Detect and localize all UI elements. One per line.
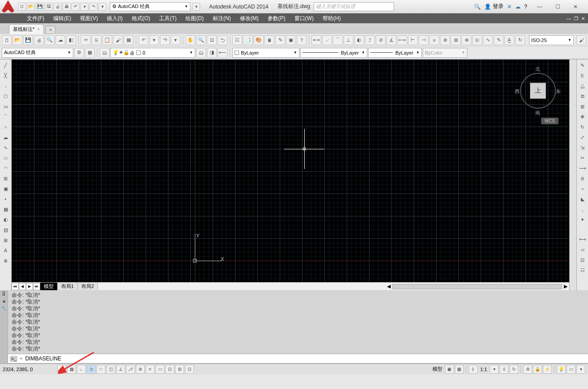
lwt-icon[interactable]: ≡ [146, 365, 155, 374]
new-file-icon[interactable]: 🗋 [2, 35, 12, 45]
undo-icon[interactable]: ↶ [71, 3, 80, 11]
match-icon[interactable]: 🖌 [113, 35, 123, 45]
search-input[interactable]: 键入关键字或短语 [314, 2, 394, 11]
cut-icon[interactable]: ✂ [81, 35, 91, 45]
pline-icon[interactable]: ⦧ [1, 81, 11, 91]
model-button[interactable]: 模型 [431, 366, 444, 372]
hardware-icon[interactable]: ⚡ [543, 365, 552, 374]
zoom-win-icon[interactable]: ⊡ [207, 35, 217, 45]
vscrollbar[interactable] [569, 59, 576, 290]
save-file-icon[interactable]: 💾 [23, 35, 33, 45]
block2-icon[interactable]: ▣ [1, 184, 11, 194]
wcs-badge[interactable]: WCS [541, 118, 559, 124]
inspect-icon[interactable]: ◎ [472, 35, 482, 45]
menu-insert[interactable]: 插入(I) [102, 14, 127, 23]
toolbar-lock-icon[interactable]: 🔒 [533, 365, 542, 374]
new-icon[interactable]: 🗋 [18, 3, 26, 11]
scale-label[interactable]: 1:1 [479, 367, 489, 372]
region-icon[interactable]: ▧ [1, 225, 11, 235]
ws-save-icon[interactable]: ▦ [85, 48, 95, 58]
stretch-icon[interactable]: ⇲ [578, 143, 588, 152]
break-icon[interactable]: ⊘ [578, 173, 588, 183]
offset-icon[interactable]: ⧉ [578, 91, 588, 101]
anno-vis-icon[interactable]: ⟠ [500, 365, 508, 374]
paste-icon[interactable]: 📋 [102, 35, 112, 45]
qview-icon[interactable]: ▣ [286, 35, 296, 45]
menu-draw[interactable]: 绘图(D) [181, 14, 208, 23]
dimdiameter-icon[interactable]: ⊘ [376, 35, 386, 45]
join-icon[interactable]: ⧜ [578, 184, 588, 194]
linetype-dropdown[interactable]: ByLayer ▼ [300, 48, 367, 58]
minimize-button[interactable]: — [531, 1, 549, 12]
clean-icon[interactable]: ▭ [567, 365, 575, 374]
layer-prev-icon[interactable]: ⟵ [218, 48, 227, 58]
3dosnap-icon[interactable]: ◫ [106, 365, 115, 374]
revcloud-icon[interactable]: ☁ [1, 132, 11, 142]
dimstyle-dropdown[interactable]: ISO-25 ▼ [529, 35, 574, 45]
plot2-icon[interactable]: 🖨 [34, 35, 44, 45]
xline-icon[interactable]: ╳ [1, 71, 11, 80]
undo2-icon[interactable]: ↶ [139, 35, 148, 45]
array-icon[interactable]: ⊞ [578, 101, 588, 111]
viewcube-north[interactable]: 北 [535, 66, 540, 72]
qdim-icon[interactable]: ⟼ [397, 35, 407, 45]
layout2-tab[interactable]: 布局2 [78, 283, 98, 290]
first-tab-icon[interactable]: ⏮ [12, 283, 19, 290]
qselect-icon[interactable]: ⊡ [578, 255, 588, 265]
fillet-icon[interactable]: ◟ [578, 204, 588, 214]
spline-icon[interactable]: ∿ [1, 143, 11, 152]
menu-format[interactable]: 格式(O) [127, 14, 155, 23]
ortho-icon[interactable]: ∟ [77, 365, 86, 374]
scroll-right-icon[interactable]: ▶ [564, 283, 567, 289]
menu-modify[interactable]: 修改(M) [235, 14, 263, 23]
qview-layout-icon[interactable]: ▣ [445, 365, 454, 374]
cmd-options-icon[interactable]: 🔧 [1, 306, 7, 311]
menu-file[interactable]: 文件(F) [22, 14, 49, 23]
layout1-tab[interactable]: 布局1 [58, 283, 78, 290]
menu-edit[interactable]: 编辑(E) [49, 14, 76, 23]
a360-icon[interactable]: ☁ [515, 4, 521, 10]
calc-icon[interactable]: 🖩 [265, 35, 274, 45]
anno-auto-icon[interactable]: ↻ [509, 365, 518, 374]
coordinates[interactable]: 2324, 2385, 0 [3, 367, 56, 372]
am-icon[interactable]: ⊡ [185, 365, 194, 374]
redo-drop-icon[interactable]: ▾ [98, 3, 106, 11]
hscrollbar[interactable] [392, 284, 562, 289]
dimupdate-icon[interactable]: ↻ [515, 35, 525, 45]
area-icon[interactable]: ▱ [578, 245, 588, 254]
addselect-icon[interactable]: ⊕ [1, 256, 11, 266]
arc-icon[interactable]: ⌒ [1, 112, 11, 122]
block-icon[interactable]: ▦ [124, 35, 134, 45]
redo2-drop-icon[interactable]: ▾ [171, 35, 181, 45]
undo2-drop-icon[interactable]: ▾ [149, 35, 159, 45]
mdi-minimize-icon[interactable]: — [566, 15, 572, 21]
line-icon[interactable]: ╱ [1, 60, 11, 70]
ws-gear-icon[interactable]: ⚙ [74, 48, 84, 58]
polar-icon[interactable]: ◷ [87, 365, 96, 374]
help2-icon[interactable]: ? [297, 35, 307, 45]
viewcube-south[interactable]: 南 [535, 110, 540, 116]
dimcont-icon[interactable]: ⊣ [419, 35, 428, 45]
tolerance-icon[interactable]: ⊞ [451, 35, 461, 45]
dimarc-icon[interactable]: ⌒ [333, 35, 343, 45]
plot-icon[interactable]: 🖨 [54, 3, 62, 11]
explode-icon[interactable]: ✦ [578, 215, 588, 224]
chamfer-icon[interactable]: ◣ [578, 194, 588, 204]
redo-icon[interactable]: ↷ [89, 3, 97, 11]
open-file-icon[interactable]: 📂 [13, 35, 22, 45]
dimbreak-icon[interactable]: ⊗ [440, 35, 450, 45]
workspace2-dropdown[interactable]: AutoCAD 经典 ▼ [2, 48, 73, 58]
viewcube-east[interactable]: 东 [556, 88, 561, 95]
move-icon[interactable]: ✥ [578, 112, 588, 122]
viewcube[interactable]: 上 北 南 东 西 [516, 64, 560, 118]
copy2-icon[interactable]: ⎘ [578, 71, 588, 80]
redo2-icon[interactable]: ↷ [160, 35, 170, 45]
dimradius-icon[interactable]: ◐ [354, 35, 364, 45]
polygon-icon[interactable]: ⬠ [1, 91, 11, 101]
insert-icon[interactable]: ⊞ [1, 173, 11, 183]
qview-dwg-icon[interactable]: ▦ [455, 365, 464, 374]
erase-icon[interactable]: ✎ [578, 60, 588, 70]
qat-more-icon[interactable]: ▾ [192, 3, 200, 11]
otrack-icon[interactable]: ∠ [116, 365, 125, 374]
zoom-rt-icon[interactable]: 🔍 [196, 35, 206, 45]
